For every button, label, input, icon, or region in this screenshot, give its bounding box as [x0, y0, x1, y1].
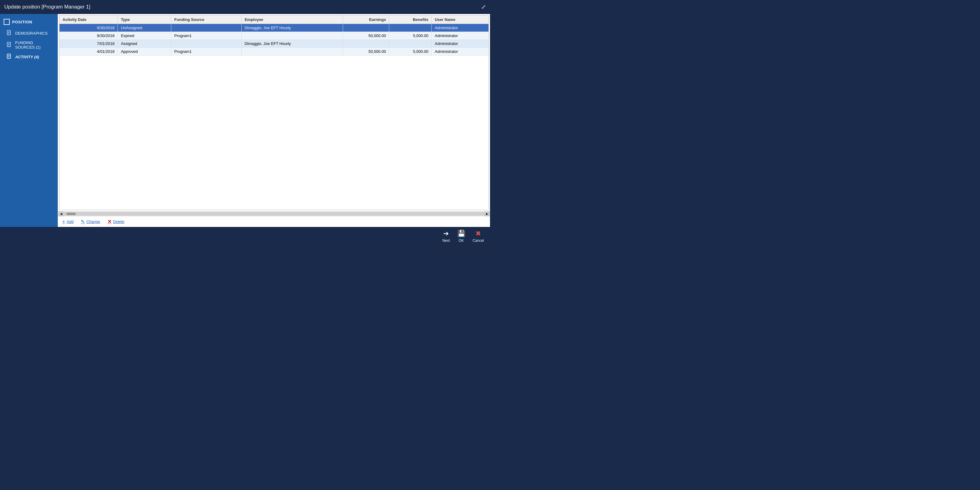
table-cell [389, 24, 432, 32]
horizontal-scrollbar[interactable]: ◀ ▶ [58, 211, 490, 216]
ok-icon: 💾 [457, 230, 465, 238]
cancel-icon: ✖ [476, 230, 481, 238]
table-cell [171, 40, 242, 48]
table-row[interactable]: 9/30/2018ExpiredProgram150,000.005,000.0… [59, 32, 488, 40]
maximize-icon[interactable]: ⤢ [481, 4, 486, 10]
position-icon [4, 19, 10, 25]
scroll-right-button[interactable]: ▶ [485, 212, 489, 216]
sidebar-item-demographics[interactable]: DEMOGRAPHICS [0, 28, 58, 38]
table-cell: Expired [118, 32, 171, 40]
activity-table: Activity Date Type Funding Source Employ… [59, 16, 488, 56]
sidebar-item-funding-sources-label: FUNDING SOURCES (1) [15, 40, 53, 49]
scroll-left-button[interactable]: ◀ [59, 212, 64, 216]
add-button[interactable]: + Add [62, 219, 73, 225]
ok-button[interactable]: 💾 OK [457, 230, 465, 243]
col-header-user-name[interactable]: User Name [431, 16, 488, 24]
sidebar-section-header: POSITION [0, 17, 58, 28]
col-header-funding-source[interactable]: Funding Source [171, 16, 242, 24]
doc-icon-3 [7, 54, 12, 60]
table-cell [389, 40, 432, 48]
table-cell: Administrator [431, 40, 488, 48]
table-cell: 7/01/2018 [59, 40, 118, 48]
table-cell [343, 24, 389, 32]
table-cell: 5,000.00 [389, 32, 432, 40]
col-header-type[interactable]: Type [118, 16, 171, 24]
table-cell: Administrator [431, 32, 488, 40]
cancel-button[interactable]: ✖ Cancel [473, 230, 484, 243]
content-area: Activity Date Type Funding Source Employ… [58, 14, 490, 227]
table-row[interactable]: 4/01/2018ApprovedProgram150,000.005,000.… [59, 48, 488, 56]
add-label: Add [67, 219, 73, 224]
table-cell [241, 48, 343, 56]
table-cell: 5,000.00 [389, 48, 432, 56]
doc-icon-2 [7, 42, 12, 48]
cancel-label: Cancel [473, 238, 484, 243]
col-header-benefits[interactable]: Benefits [389, 16, 432, 24]
activity-toolbar: + Add ✎ Change ✕ Delete [58, 216, 490, 227]
col-header-earnings[interactable]: Earnings [343, 16, 389, 24]
change-label: Change [86, 219, 100, 224]
table-row[interactable]: 7/01/2018AssignedDimaggio, Joe EFT Hourl… [59, 40, 488, 48]
table-cell: Administrator [431, 24, 488, 32]
edit-icon: ✎ [81, 219, 85, 225]
scroll-thumb[interactable] [67, 213, 76, 215]
sidebar: POSITION DEMOGRAPHICS FUNDING SOURCES (1… [0, 14, 58, 227]
sidebar-item-activity-label: ACTIVITY (4) [15, 55, 39, 59]
sidebar-item-funding-sources[interactable]: FUNDING SOURCES (1) [0, 38, 58, 52]
table-cell: Approved [118, 48, 171, 56]
table-cell: Assigned [118, 40, 171, 48]
table-row[interactable]: 9/30/2018UnAssignedDimaggio, Joe EFT Hou… [59, 24, 488, 32]
window-title: Update position [Program Manager 1] [4, 4, 91, 10]
activity-table-wrapper[interactable]: Activity Date Type Funding Source Employ… [59, 15, 489, 210]
next-icon: ➔ [443, 230, 449, 238]
col-header-activity-date[interactable]: Activity Date [59, 16, 118, 24]
table-cell: Program1 [171, 48, 242, 56]
table-cell: UnAssigned [118, 24, 171, 32]
main-area: POSITION DEMOGRAPHICS FUNDING SOURCES (1… [0, 14, 490, 227]
sidebar-item-demographics-label: DEMOGRAPHICS [15, 31, 48, 35]
table-cell: Administrator [431, 48, 488, 56]
scroll-track[interactable] [64, 212, 484, 215]
change-button[interactable]: ✎ Change [81, 219, 100, 225]
table-cell: Program1 [171, 32, 242, 40]
table-cell: Dimaggio, Joe EFT Hourly [241, 40, 343, 48]
delete-button[interactable]: ✕ Delete [107, 219, 124, 225]
footer: ➔ Next 💾 OK ✖ Cancel [0, 227, 490, 245]
table-cell: 4/01/2018 [59, 48, 118, 56]
delete-label: Delete [113, 219, 124, 224]
add-icon: + [62, 219, 65, 225]
col-header-employee[interactable]: Employee [241, 16, 343, 24]
sidebar-section-label: POSITION [12, 20, 32, 24]
table-header-row: Activity Date Type Funding Source Employ… [59, 16, 488, 24]
title-bar: Update position [Program Manager 1] ⤢ [0, 0, 490, 14]
sidebar-item-activity[interactable]: ACTIVITY (4) [0, 52, 58, 62]
doc-icon [7, 30, 12, 36]
table-cell [241, 32, 343, 40]
ok-label: OK [458, 238, 464, 243]
table-cell: 50,000.00 [343, 48, 389, 56]
table-cell [343, 40, 389, 48]
table-cell [171, 24, 242, 32]
delete-icon: ✕ [107, 219, 111, 225]
table-cell: 9/30/2018 [59, 24, 118, 32]
next-button[interactable]: ➔ Next [442, 230, 450, 243]
table-cell: 9/30/2018 [59, 32, 118, 40]
table-cell: 50,000.00 [343, 32, 389, 40]
next-label: Next [442, 238, 450, 243]
table-cell: Dimaggio, Joe EFT Hourly [241, 24, 343, 32]
